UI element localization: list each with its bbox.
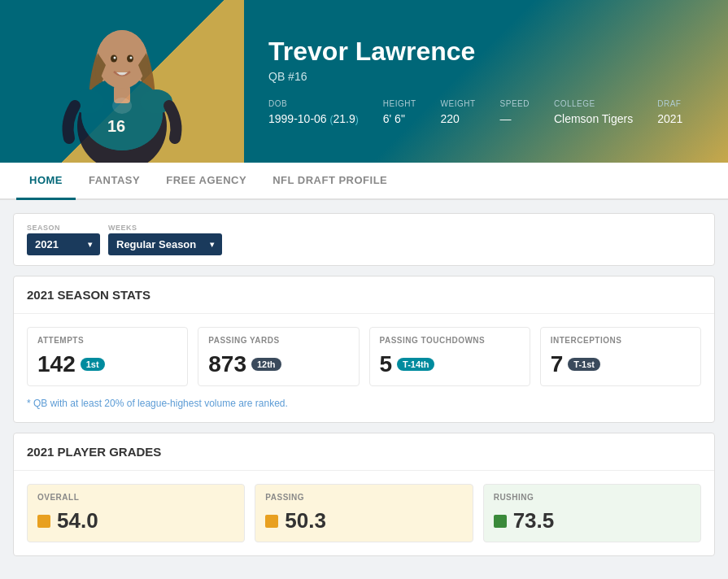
svg-point-16 (112, 98, 132, 114)
passing-tds-value-row: 5 T-14th (380, 351, 520, 377)
season-filter: SEASON 2021 ▾ (27, 224, 100, 255)
player-height: HEIGHT 6' 6" (383, 99, 416, 126)
svg-point-10 (97, 30, 147, 89)
overall-score: 54.0 (57, 508, 98, 533)
filters-row: SEASON 2021 ▾ WEEKS Regular Season ▾ (13, 213, 715, 266)
player-position: QB #16 (268, 70, 704, 83)
player-grades-title: 2021 PLAYER GRADES (14, 433, 714, 471)
stat-passing-tds: PASSING TOUCHDOWNS 5 T-14th (369, 327, 530, 386)
passing-value-row: 50.3 (265, 508, 462, 533)
weeks-dropdown-arrow: ▾ (210, 240, 214, 249)
draft-label: DRAF (657, 99, 682, 108)
player-bio-stats: DOB 1999-10-06 (21.9) HEIGHT 6' 6" WEIGH… (268, 99, 704, 126)
attempts-label: ATTEMPTS (37, 336, 177, 345)
overall-value-row: 54.0 (37, 508, 234, 533)
passing-tds-number: 5 (380, 351, 393, 377)
rushing-dot (494, 515, 507, 528)
interceptions-value-row: 7 T-1st (551, 351, 691, 377)
season-stats-body: ATTEMPTS 142 1st PASSING YARDS 873 12th … (14, 314, 714, 422)
passing-tds-rank: T-14th (397, 358, 434, 371)
player-photo-area: 16 (0, 0, 244, 163)
tab-free-agency[interactable]: FREE AGENCY (153, 163, 259, 200)
passing-yards-rank: 12th (251, 358, 281, 371)
overall-dot (37, 515, 50, 528)
weeks-value: Regular Season (116, 238, 196, 250)
rushing-label: RUSHING (494, 493, 691, 502)
passing-yards-label: PASSING YARDS (208, 336, 348, 345)
attempts-number: 142 (37, 351, 76, 377)
attempts-rank: 1st (81, 358, 105, 371)
grades-grid: OVERALL 54.0 PASSING 50.3 RUSHING (27, 484, 701, 542)
player-header: 16 (0, 0, 728, 163)
weight-value: 220 (441, 112, 460, 125)
player-draft: DRAF 2021 (657, 99, 682, 126)
grade-rushing: RUSHING 73.5 (483, 484, 701, 542)
player-dob: DOB 1999-10-06 (21.9) (268, 99, 359, 126)
rushing-score: 73.5 (513, 508, 555, 533)
player-speed: SPEED — (500, 99, 530, 126)
svg-text:16: 16 (107, 117, 125, 135)
passing-label: PASSING (265, 493, 462, 502)
passing-yards-value-row: 873 12th (208, 351, 348, 377)
season-stats-title: 2021 SEASON STATS (14, 276, 714, 314)
attempts-value-row: 142 1st (37, 351, 177, 377)
height-value: 6' 6" (383, 112, 405, 125)
dob-label: DOB (268, 99, 359, 108)
college-value: Clemson Tigers (554, 112, 633, 125)
interceptions-label: INTERCEPTIONS (551, 336, 691, 345)
stat-interceptions: INTERCEPTIONS 7 T-1st (540, 327, 701, 386)
season-value: 2021 (35, 238, 59, 250)
tab-home[interactable]: HOME (16, 163, 76, 200)
tab-fantasy[interactable]: FANTASY (76, 163, 153, 200)
rushing-value-row: 73.5 (494, 508, 691, 533)
height-label: HEIGHT (383, 99, 416, 108)
player-age: (21.9) (330, 114, 359, 125)
stat-passing-yards: PASSING YARDS 873 12th (198, 327, 359, 386)
svg-point-14 (130, 57, 133, 59)
passing-tds-label: PASSING TOUCHDOWNS (380, 336, 520, 345)
player-info: Trevor Lawrence QB #16 DOB 1999-10-06 (2… (244, 20, 728, 142)
player-grades-body: OVERALL 54.0 PASSING 50.3 RUSHING (14, 471, 714, 555)
stat-attempts: ATTEMPTS 142 1st (27, 327, 188, 386)
weeks-dropdown[interactable]: Regular Season ▾ (108, 233, 222, 255)
speed-value: — (500, 112, 512, 125)
player-grades-card: 2021 PLAYER GRADES OVERALL 54.0 PASSING … (13, 433, 715, 556)
nav-tabs: HOME FANTASY FREE AGENCY NFL DRAFT PROFI… (0, 163, 728, 200)
weeks-filter-label: WEEKS (108, 224, 222, 232)
passing-score: 50.3 (285, 508, 326, 533)
draft-value: 2021 (657, 112, 682, 125)
svg-point-13 (114, 57, 116, 59)
dob-value: 1999-10-06 (268, 112, 327, 125)
interceptions-rank: T-1st (568, 358, 600, 371)
season-stats-card: 2021 SEASON STATS ATTEMPTS 142 1st PASSI… (13, 276, 715, 423)
grade-passing: PASSING 50.3 (255, 484, 473, 542)
grade-overall: OVERALL 54.0 (27, 484, 245, 542)
player-college: COLLEGE Clemson Tigers (554, 99, 633, 126)
overall-label: OVERALL (37, 493, 234, 502)
tab-nfl-draft-profile[interactable]: NFL DRAFT PROFILE (259, 163, 400, 200)
season-dropdown[interactable]: 2021 ▾ (27, 233, 100, 255)
college-label: COLLEGE (554, 99, 633, 108)
speed-label: SPEED (500, 99, 530, 108)
season-filter-label: SEASON (27, 224, 100, 232)
passing-dot (265, 515, 278, 528)
interceptions-number: 7 (551, 351, 564, 377)
weeks-filter: WEEKS Regular Season ▾ (108, 224, 222, 255)
stats-grid: ATTEMPTS 142 1st PASSING YARDS 873 12th … (27, 327, 701, 386)
player-weight: WEIGHT 220 (441, 99, 476, 126)
season-dropdown-arrow: ▾ (88, 240, 92, 249)
main-content: SEASON 2021 ▾ WEEKS Regular Season ▾ 202… (0, 200, 728, 579)
weight-label: WEIGHT (441, 99, 476, 108)
passing-yards-number: 873 (208, 351, 246, 377)
player-photo: 16 (33, 0, 211, 163)
stats-footnote: * QB with at least 20% of league-highest… (27, 398, 701, 409)
player-name: Trevor Lawrence (268, 37, 704, 67)
